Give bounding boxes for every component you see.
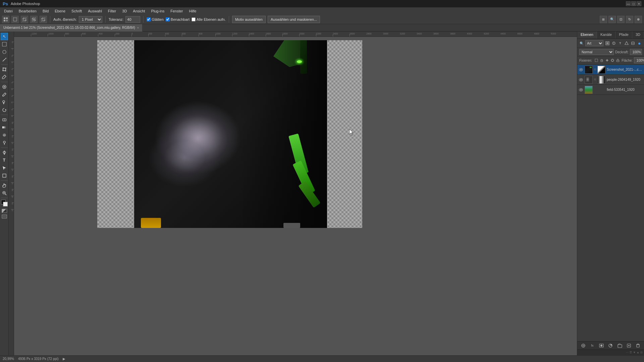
zoom-status: 20,99% [3,357,14,361]
options-bar: Aufn.-Bereich: 1 Pixel Toleranz: Glätten… [0,15,644,24]
tab-close-icon[interactable]: × [137,26,139,29]
filter-pixel-icon[interactable] [605,41,610,46]
panel-tab-ebenen[interactable]: Ebenen [577,32,597,39]
layer-item-people[interactable]: ⛓ people-2604149_1920 [577,75,644,85]
filter-adjust-icon[interactable] [611,41,616,46]
menu-fenster[interactable]: Fenster [168,8,185,14]
gradient-tool-btn[interactable] [1,124,8,131]
blur-tool-btn[interactable] [1,131,8,139]
layer-fx-btn[interactable]: fx [589,343,595,349]
path-selection-btn[interactable] [1,164,8,172]
type-tool-btn[interactable]: T [1,157,8,164]
panel-full-icon[interactable]: ⊡ [640,351,643,354]
menu-plugins[interactable]: Plug-ins [148,8,167,14]
lock-transparent-icon[interactable] [594,58,599,63]
document-tab[interactable]: Unbenannt-1 bei 21% (Screenshot_2021-06-… [0,24,143,32]
layer-eye-screenshot[interactable] [579,67,583,72]
panel-resize-dots[interactable]: ⋯ [626,351,629,354]
filter-smart-icon[interactable] [630,41,636,46]
layer-mask-btn[interactable] [598,343,604,349]
lock-artboard-icon[interactable] [610,58,615,63]
quick-mask-btn[interactable] [1,208,8,214]
history-brush-btn[interactable] [1,106,8,114]
eraser-tool-btn[interactable] [1,116,8,123]
maximize-button[interactable]: □ [631,1,636,6]
pen-tool-btn[interactable] [1,149,8,156]
filter-toggle-icon[interactable]: ● [637,41,642,46]
brush-tool-btn[interactable] [1,91,8,98]
benachbart-checkbox[interactable] [166,17,170,21]
fill-input[interactable] [634,57,644,63]
healing-brush-btn[interactable] [1,83,8,90]
layer-delete-btn[interactable] [635,343,641,349]
opacity-input[interactable] [630,49,642,55]
panel-collapse-icon[interactable]: ▼ [633,351,636,354]
layer-group-btn[interactable] [617,343,623,349]
layer-item-screenshot[interactable]: ⛓ Screenshot_2021-...com.miu.gallery [577,65,644,75]
menu-bild[interactable]: Bild [40,8,51,14]
tolerance-input[interactable] [125,16,140,23]
layer-eye-people[interactable] [579,77,583,82]
arrange-icon[interactable]: ⊞ [600,16,607,23]
canvas-area[interactable] [14,37,577,355]
selection-tool-btn[interactable] [1,41,8,48]
layer-item-field[interactable]: field-533541_1920 [577,85,644,95]
layer-adjustment-btn[interactable] [607,343,613,349]
filter-type-icon[interactable]: T [618,41,623,46]
auswählen-button[interactable]: Auswählen und maskieren... [268,16,320,23]
menu-schrift[interactable]: Schrift [69,8,85,14]
menu-auswahl[interactable]: Auswahl [85,8,105,14]
eyedropper-tool-btn[interactable] [1,73,8,81]
lock-image-icon[interactable] [599,58,604,63]
screen-mode-icon[interactable]: ⊡ [617,16,625,23]
panel-tab-3d[interactable]: 3D [632,32,644,39]
main-area: ↖ [0,32,644,355]
panel-tab-pfade[interactable]: Pfade [615,32,632,39]
status-arrow[interactable]: ▶ [63,357,65,361]
lock-all-icon[interactable] [615,58,620,63]
magic-wand-tool-btn[interactable] [1,56,8,63]
layer-type-filter[interactable]: Art [585,40,603,46]
panel-tab-kanäle[interactable]: Kanäle [597,32,615,39]
menu-ebene[interactable]: Ebene [52,8,68,14]
panel-expand-icon[interactable]: ▲ [637,351,639,354]
menu-filter[interactable]: Filter [105,8,119,14]
panel-resize-handle[interactable]: ☰ [630,351,632,354]
mode-select[interactable]: 1 Pixel [79,16,102,23]
hand-tool-btn[interactable] [1,182,8,189]
crop-tool-btn[interactable] [1,66,8,73]
shape-tool-btn[interactable] [1,172,8,179]
layers-bottom-toolbar: fx [577,341,644,349]
screen-mode-btn[interactable] [2,215,7,219]
filter-shape-icon[interactable] [624,41,629,46]
zoom-icon[interactable]: ⊕ [635,16,642,23]
menu-ansicht[interactable]: Ansicht [130,8,148,14]
move-tool-btn[interactable]: ↖ [1,33,8,40]
new-selection-btn[interactable] [11,16,19,23]
svg-point-65 [580,69,582,70]
blend-mode-select[interactable]: Normal Multiplizieren Überlagern [579,49,614,55]
motiv-button[interactable]: Motiv auswählen [232,16,266,23]
minimize-button[interactable]: — [626,1,631,6]
layer-eye-field[interactable] [579,87,583,92]
layer-new-btn[interactable] [626,343,632,349]
glitter-checkbox[interactable] [147,17,151,21]
menu-bearbeiten[interactable]: Bearbeiten [16,8,39,14]
intersect-selection-btn[interactable] [40,16,47,23]
zoom-tool-btn[interactable] [1,189,8,197]
lock-position-icon[interactable] [605,58,609,63]
dodge-tool-btn[interactable] [1,139,8,146]
color-selector[interactable] [1,200,8,206]
close-button[interactable]: × [637,1,641,6]
menu-hilfe[interactable]: Hilfe [186,8,199,14]
menu-datei[interactable]: Datei [1,8,15,14]
rotate-view-icon[interactable]: ↻ [626,16,633,23]
clone-stamp-btn[interactable] [1,99,8,106]
alle-ebenen-checkbox[interactable] [192,17,196,21]
search-icon[interactable]: 🔍 [608,16,616,23]
lasso-tool-btn[interactable] [1,48,8,56]
menu-3d[interactable]: 3D [119,8,129,14]
subtract-selection-btn[interactable] [30,16,38,23]
add-selection-btn[interactable] [21,16,28,23]
layer-link-btn[interactable] [580,343,586,349]
